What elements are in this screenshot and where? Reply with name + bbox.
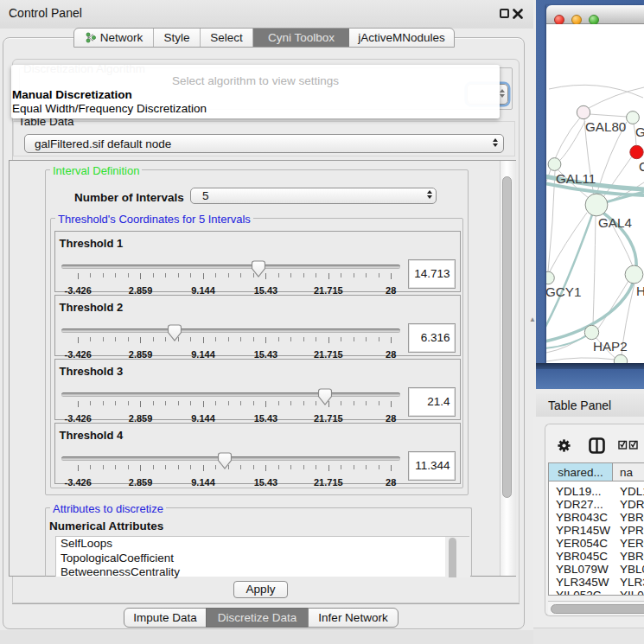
- svg-text:GAL80: GAL80: [585, 119, 626, 134]
- svg-text:GAL11: GAL11: [556, 171, 596, 186]
- svg-text:H: H: [636, 284, 644, 298]
- svg-text:HAP2: HAP2: [593, 339, 628, 354]
- svg-text:GCY1: GCY1: [546, 284, 581, 299]
- svg-text:GAL4: GAL4: [598, 215, 632, 230]
- svg-text:C: C: [639, 159, 644, 174]
- svg-text:GA: GA: [635, 124, 644, 139]
